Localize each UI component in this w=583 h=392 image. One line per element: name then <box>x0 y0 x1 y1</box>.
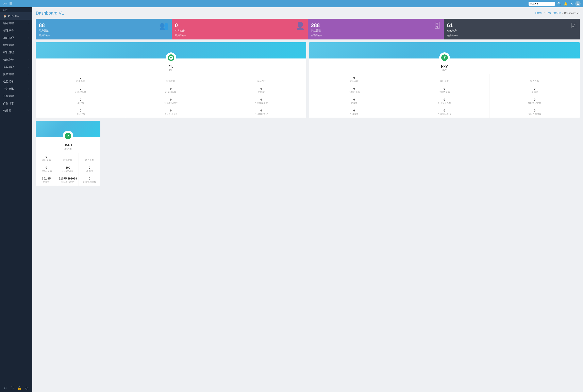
hxy-stats: 0 可用余额 -- 转出总数 -- 转入总数 <box>309 74 580 118</box>
sidebar-item-finance[interactable]: 财务管理 › <box>0 42 32 49</box>
chevron-icon: › <box>28 66 29 68</box>
stat-active-number: 61 <box>447 22 576 28</box>
fil-out-total: -- 转出总数 <box>126 74 216 85</box>
chevron-icon: › <box>28 73 29 76</box>
fil-logo <box>166 52 176 63</box>
fil-frozen: 0 总冻结 <box>216 85 306 96</box>
sidebar-label-banner: 轮播图 <box>3 109 11 112</box>
fil-today-recharge: 0 今日外部充值 <box>126 107 216 118</box>
fil-ext-recharge: 0 外部充值总数 <box>126 96 216 107</box>
database-icon: 🗄 <box>434 22 441 30</box>
sidebar-item-wallet[interactable]: 钱包划转 › <box>0 56 32 63</box>
sidebar-item-sites[interactable]: 站点管理 › <box>0 20 32 27</box>
breadcrumb-home[interactable]: HOME <box>536 12 543 14</box>
sidebar-item-accounts[interactable]: 管理账号 › <box>0 27 32 34</box>
sidebar-label-announce: 公告资讯 <box>3 87 14 91</box>
sidebar-item-grab[interactable]: 抢单管理 › <box>0 71 32 78</box>
power-icon[interactable]: ⏻ <box>25 386 28 390</box>
sidebar-item-dashboard[interactable]: 🏠 数据总览 <box>0 12 32 20</box>
breadcrumb-sep1: / <box>544 12 544 14</box>
stat-users-number: 88 <box>39 22 168 28</box>
chevron-icon: › <box>28 22 29 24</box>
hamburger-button[interactable]: ☰ <box>9 2 12 6</box>
chevron-icon: › <box>28 44 29 46</box>
breadcrumb-dashboard[interactable]: DASHBOARD <box>546 12 561 14</box>
breadcrumb: HOME / DASHBOARD / Dashboard V1 <box>536 12 580 14</box>
lock-icon[interactable]: 🔒 <box>18 386 22 390</box>
stat-users-link[interactable]: 用户列表☆ <box>39 34 168 37</box>
users-icon: 👥 <box>160 22 169 30</box>
coin-card-usdt: ₮ USDT 泰达币 0 可用余额 -- <box>36 120 100 186</box>
title-prefix: D <box>36 10 39 16</box>
usdt-stats: 0 可用余额 -- 转出总数 -- 转入总数 <box>36 153 100 186</box>
title-rest: ashboard V1 <box>39 10 64 16</box>
sidebar-label-users: 用户管理 <box>3 36 14 40</box>
check-icon: ☑ <box>570 22 577 30</box>
avatar[interactable] <box>575 1 580 6</box>
chevron-icon: › <box>28 59 29 61</box>
fil-today-income: 0 今日收益 <box>36 107 126 118</box>
settings-icon[interactable]: ⚙ <box>4 386 7 390</box>
sidebar-item-users[interactable]: 用户管理 › <box>0 34 32 42</box>
sidebar-label-accounts: 管理账号 <box>3 29 14 32</box>
sidebar-label-logs: 操作日志 <box>3 102 14 105</box>
fil-in-total: -- 转入总数 <box>216 74 306 85</box>
close-icon[interactable]: ✕ <box>570 2 573 6</box>
sidebar-item-mining[interactable]: 矿机管理 › <box>0 49 32 56</box>
sidebar-item-logs[interactable]: 操作日志 › <box>0 100 32 107</box>
stat-cards: 88 用户总数 用户列表☆ 👥 0 今日注册 用户列表☆ 👤 288 收益总额 … <box>36 18 580 40</box>
stat-today-link[interactable]: 用户列表☆ <box>175 34 304 37</box>
hxy-banner: ₮ <box>309 42 580 58</box>
hxy-sub: HXY <box>309 69 580 72</box>
chevron-icon: › <box>28 30 29 32</box>
usdt-name: USDT <box>36 143 100 147</box>
sidebar-label-grab: 抢单管理 <box>3 72 14 76</box>
usdt-stats-row-1: 0 可用余额 -- 转出总数 -- 转入总数 <box>36 153 100 164</box>
hxy-stats-row-4: 0 今日收益 0 今日外部充值 0 今日外部提现 <box>309 107 580 118</box>
svg-point-1 <box>168 54 174 61</box>
sidebar-label-recharge: 充提管理 <box>3 94 14 98</box>
sidebar-item-banner[interactable]: 轮播图 › <box>0 107 32 114</box>
stat-active-label: 有效账户 <box>447 29 576 32</box>
svg-point-0 <box>577 2 578 4</box>
expand-icon[interactable]: ⛶ <box>10 386 14 390</box>
home-icon: 🏠 <box>3 14 6 18</box>
hxy-stats-row-3: 0 总收益 0 外部充值总数 0 外部提现总数 <box>309 96 580 107</box>
main-layout: BAT 🏠 数据总览 站点管理 › 管理账号 › 用户管理 › 财务管理 › 矿… <box>0 7 583 392</box>
fil-stats-row-2: 0 已共识金额 0 已预约金额 0 总冻结 <box>36 85 306 96</box>
stat-revenue-number: 288 <box>311 22 440 28</box>
stat-users-label: 用户总数 <box>39 29 168 32</box>
usdt-logo: ₮ <box>63 131 73 141</box>
notification-icon[interactable]: 🔔 <box>564 2 568 6</box>
coin-row-2: ₮ USDT 泰达币 0 可用余额 -- <box>36 120 580 186</box>
search-icon[interactable]: 🔍 <box>557 2 561 6</box>
stat-card-active: 61 有效账户 有效账户☆ ☑ <box>444 18 580 40</box>
fil-name: FIL <box>36 65 306 68</box>
page-title: Dashboard V1 <box>36 10 64 16</box>
sidebar: BAT 🏠 数据总览 站点管理 › 管理账号 › 用户管理 › 财务管理 › 矿… <box>0 7 32 392</box>
fil-ext-withdraw: 0 外部提现总数 <box>216 96 306 107</box>
chevron-icon: › <box>28 37 29 39</box>
stat-revenue-label: 收益总额 <box>311 29 440 32</box>
fil-stats-row-3: 0 总收益 0 外部充值总数 0 外部提现总数 <box>36 96 306 107</box>
stat-active-link[interactable]: 有效账户☆ <box>447 34 576 37</box>
content-area: Dashboard V1 HOME / DASHBOARD / Dashboar… <box>32 7 583 392</box>
sidebar-item-income[interactable]: 收益记录 › <box>0 78 32 85</box>
stat-revenue-link[interactable]: 查看列表☆ <box>311 34 440 37</box>
stat-card-revenue: 288 收益总额 查看列表☆ 🗄 <box>308 18 444 40</box>
sidebar-item-recharge[interactable]: 充提管理 › <box>0 92 32 100</box>
breadcrumb-sep2: / <box>562 12 563 14</box>
search-input[interactable] <box>528 2 555 6</box>
sidebar-item-announce[interactable]: 公告资讯 › <box>0 85 32 92</box>
topbar-right: 🔍 🔔 ✕ <box>528 1 580 6</box>
usdt-banner: ₮ <box>36 120 100 137</box>
svg-text:₮: ₮ <box>444 56 446 59</box>
usdt-stats-row-2: 0 已共识金额 100 已预约金额 0 总冻结 <box>36 164 100 175</box>
fil-available: 0 可用余额 <box>36 74 126 85</box>
fil-banner <box>36 42 306 58</box>
sidebar-item-orders[interactable]: 排单管理 › <box>0 63 32 71</box>
sidebar-label-wallet: 钱包划转 <box>3 58 14 62</box>
fil-consensus: 0 已共识金额 <box>36 85 126 96</box>
sidebar-label-mining: 矿机管理 <box>3 50 14 54</box>
fil-stats: 0 可用余额 -- 转出总数 -- 转入总数 <box>36 74 306 118</box>
